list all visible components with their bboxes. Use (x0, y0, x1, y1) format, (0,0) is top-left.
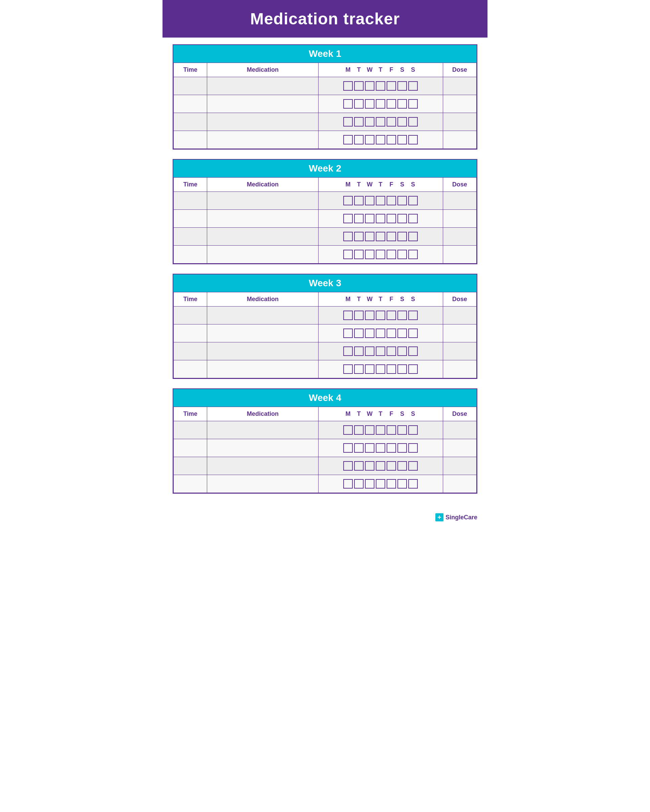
checkbox-day-4[interactable] (387, 479, 396, 488)
checkbox-day-2[interactable] (365, 81, 375, 91)
checkbox-day-1[interactable] (354, 196, 364, 205)
medication-cell[interactable] (207, 77, 318, 95)
checkbox-day-5[interactable] (398, 328, 407, 338)
checkbox-day-5[interactable] (398, 117, 407, 127)
checkbox-day-0[interactable] (343, 117, 353, 127)
dose-cell[interactable] (443, 246, 476, 264)
checkbox-day-1[interactable] (354, 346, 364, 356)
checkbox-day-2[interactable] (365, 346, 375, 356)
time-cell[interactable] (174, 95, 207, 113)
dose-cell[interactable] (443, 77, 476, 95)
checkbox-day-4[interactable] (387, 328, 396, 338)
checkbox-day-3[interactable] (376, 365, 385, 374)
checkbox-day-3[interactable] (376, 250, 385, 259)
checkbox-day-5[interactable] (398, 479, 407, 488)
medication-cell[interactable] (207, 325, 318, 342)
checkbox-day-1[interactable] (354, 117, 364, 127)
dose-cell[interactable] (443, 325, 476, 342)
time-cell[interactable] (174, 421, 207, 439)
checkbox-day-0[interactable] (343, 461, 353, 471)
dose-cell[interactable] (443, 307, 476, 325)
medication-cell[interactable] (207, 421, 318, 439)
checkbox-day-2[interactable] (365, 425, 375, 435)
checkbox-day-1[interactable] (354, 214, 364, 223)
checkbox-day-3[interactable] (376, 479, 385, 488)
checkbox-day-6[interactable] (408, 479, 418, 488)
checkbox-day-4[interactable] (387, 250, 396, 259)
checkbox-day-3[interactable] (376, 311, 385, 320)
checkbox-day-1[interactable] (354, 81, 364, 91)
checkbox-day-3[interactable] (376, 214, 385, 223)
checkbox-day-0[interactable] (343, 311, 353, 320)
medication-cell[interactable] (207, 307, 318, 325)
time-cell[interactable] (174, 457, 207, 475)
checkbox-day-2[interactable] (365, 311, 375, 320)
checkbox-day-6[interactable] (408, 425, 418, 435)
time-cell[interactable] (174, 439, 207, 457)
checkbox-day-0[interactable] (343, 196, 353, 205)
time-cell[interactable] (174, 77, 207, 95)
checkbox-day-2[interactable] (365, 443, 375, 453)
checkbox-day-2[interactable] (365, 135, 375, 145)
checkbox-day-2[interactable] (365, 196, 375, 205)
checkbox-day-2[interactable] (365, 365, 375, 374)
checkbox-day-1[interactable] (354, 328, 364, 338)
checkbox-day-2[interactable] (365, 99, 375, 108)
dose-cell[interactable] (443, 228, 476, 246)
checkbox-day-5[interactable] (398, 425, 407, 435)
dose-cell[interactable] (443, 192, 476, 210)
dose-cell[interactable] (443, 360, 476, 378)
checkbox-day-5[interactable] (398, 196, 407, 205)
medication-cell[interactable] (207, 95, 318, 113)
time-cell[interactable] (174, 342, 207, 360)
checkbox-day-3[interactable] (376, 117, 385, 127)
checkbox-day-4[interactable] (387, 99, 396, 108)
checkbox-day-0[interactable] (343, 214, 353, 223)
checkbox-day-4[interactable] (387, 443, 396, 453)
checkbox-day-5[interactable] (398, 214, 407, 223)
medication-cell[interactable] (207, 475, 318, 493)
checkbox-day-5[interactable] (398, 461, 407, 471)
checkbox-day-0[interactable] (343, 443, 353, 453)
checkbox-day-6[interactable] (408, 196, 418, 205)
checkbox-day-5[interactable] (398, 311, 407, 320)
dose-cell[interactable] (443, 439, 476, 457)
checkbox-day-3[interactable] (376, 81, 385, 91)
checkbox-day-6[interactable] (408, 135, 418, 145)
checkbox-day-0[interactable] (343, 232, 353, 241)
time-cell[interactable] (174, 360, 207, 378)
checkbox-day-1[interactable] (354, 232, 364, 241)
time-cell[interactable] (174, 228, 207, 246)
checkbox-day-1[interactable] (354, 461, 364, 471)
time-cell[interactable] (174, 307, 207, 325)
dose-cell[interactable] (443, 95, 476, 113)
dose-cell[interactable] (443, 210, 476, 228)
checkbox-day-1[interactable] (354, 479, 364, 488)
checkbox-day-5[interactable] (398, 232, 407, 241)
checkbox-day-3[interactable] (376, 461, 385, 471)
medication-cell[interactable] (207, 228, 318, 246)
checkbox-day-0[interactable] (343, 365, 353, 374)
checkbox-day-4[interactable] (387, 214, 396, 223)
medication-cell[interactable] (207, 210, 318, 228)
checkbox-day-6[interactable] (408, 328, 418, 338)
checkbox-day-1[interactable] (354, 443, 364, 453)
checkbox-day-1[interactable] (354, 250, 364, 259)
checkbox-day-6[interactable] (408, 461, 418, 471)
checkbox-day-2[interactable] (365, 214, 375, 223)
checkbox-day-4[interactable] (387, 196, 396, 205)
checkbox-day-4[interactable] (387, 135, 396, 145)
checkbox-day-6[interactable] (408, 81, 418, 91)
time-cell[interactable] (174, 325, 207, 342)
checkbox-day-0[interactable] (343, 328, 353, 338)
dose-cell[interactable] (443, 475, 476, 493)
time-cell[interactable] (174, 246, 207, 264)
medication-cell[interactable] (207, 360, 318, 378)
checkbox-day-5[interactable] (398, 135, 407, 145)
checkbox-day-5[interactable] (398, 346, 407, 356)
checkbox-day-3[interactable] (376, 328, 385, 338)
dose-cell[interactable] (443, 342, 476, 360)
time-cell[interactable] (174, 113, 207, 131)
medication-cell[interactable] (207, 246, 318, 264)
checkbox-day-2[interactable] (365, 479, 375, 488)
